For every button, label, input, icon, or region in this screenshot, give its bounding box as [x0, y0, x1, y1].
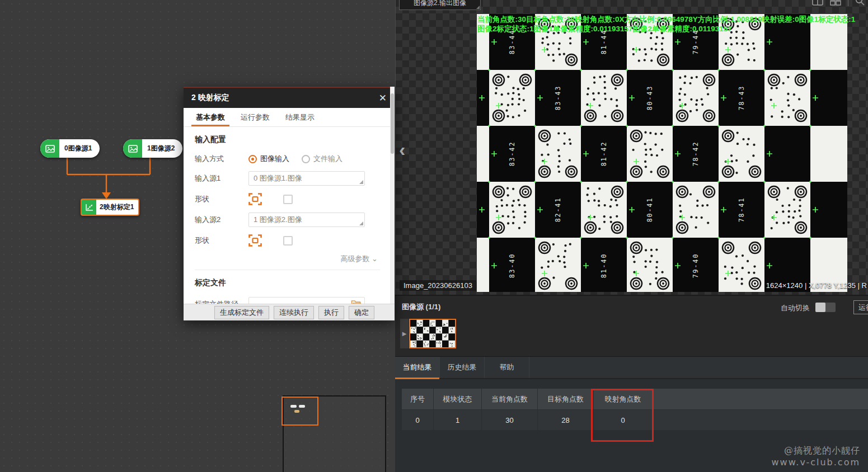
dropdown-grip-icon — [476, 6, 480, 9]
result-overlay-text: 当前角点数:30目标角点数:28映射角点数:0X方向比例:0.9964978Y方… — [477, 15, 864, 34]
image-filename: Image_20230626103 — [400, 280, 476, 291]
shape1-label: 形状 — [195, 194, 248, 204]
advanced-params-link[interactable]: 高级参数 ⌄ — [195, 254, 378, 264]
image-viewer[interactable]: 图像源2.输出图像 ‹ 83-4481-4479-4483-4380-4378-… — [395, 0, 868, 295]
auto-switch-toggle[interactable] — [815, 303, 836, 312]
svg-text:81-42: 81-42 — [600, 141, 608, 167]
confirm-button[interactable]: 确定 — [349, 306, 374, 319]
dialog-titlebar: 2 映射标定 ✕ — [184, 88, 395, 108]
collapse-panel-icon[interactable]: ‹ — [399, 139, 405, 161]
header-filler — [653, 389, 868, 409]
results-tabbar: 当前结果 历史结果 帮助 — [395, 357, 868, 379]
tab-history-results[interactable]: 历史结果 — [440, 357, 485, 378]
radio-file-label: 文件输入 — [313, 154, 342, 164]
source1-label: 输入源1 — [195, 173, 248, 183]
folder-icon[interactable] — [351, 300, 361, 304]
dialog-body: 输入配置 输入方式 图像输入 文件输入 输入源1 0 图像源1.图像 形状 — [184, 127, 395, 304]
section-calib-file: 标定文件 — [195, 278, 380, 288]
overlay-line-1: 当前角点数:30目标角点数:28映射角点数:0X方向比例:0.9964978Y方… — [477, 15, 864, 24]
svg-text:81-40: 81-40 — [600, 253, 608, 279]
generate-calib-file-button[interactable]: 生成标定文件 — [214, 306, 269, 319]
close-icon[interactable]: ✕ — [379, 93, 387, 103]
radio-image-input[interactable]: 图像输入 — [248, 154, 289, 164]
svg-text:80-43: 80-43 — [646, 86, 654, 111]
shape1-checkbox[interactable] — [283, 195, 293, 204]
cell-index: 0 — [402, 410, 434, 430]
zoom-icon[interactable] — [855, 0, 865, 8]
toggle-knob — [815, 303, 825, 312]
minimap-viewport[interactable] — [281, 397, 318, 426]
toolbar-separator — [848, 0, 848, 6]
roi-shape-icon[interactable] — [248, 234, 262, 247]
watermark-url: www.v-club.com — [772, 457, 860, 468]
section-input-config: 输入配置 — [195, 135, 380, 145]
shape2-checkbox[interactable] — [283, 236, 293, 246]
radio-unselected-icon — [302, 155, 310, 163]
table-header-row: 序号 模块状态 当前角点数 目标角点数 映射角点数 — [402, 389, 868, 409]
pixel-status-readout: 1624×1240 | X,0778 Y,1235 | R — [766, 281, 867, 290]
continuous-run-button[interactable]: 连续执行 — [274, 306, 314, 319]
image-source-title: 图像源 (1/1) — [402, 302, 440, 312]
svg-text:83-42: 83-42 — [508, 141, 516, 167]
header-module-status: 模块状态 — [434, 389, 482, 409]
tab-run-params[interactable]: 运行参数 — [233, 108, 278, 126]
scrollbar-thumb[interactable] — [391, 93, 394, 154]
source1-value: 0 图像源1.图像 — [254, 173, 302, 183]
grid-view-icon[interactable] — [830, 0, 841, 8]
overlay-line-2: 图像2标定状态:1图像1单像素精度:0.01193157图像2单像素精度:0.0… — [477, 24, 864, 34]
node-label: 2映射标定1 — [96, 202, 138, 212]
image-icon — [123, 139, 142, 158]
cell-current-corners: 30 — [482, 410, 538, 430]
calibration-image[interactable]: 83-4481-4479-4483-4380-4378-4383-4281-42… — [477, 14, 847, 292]
node-image-source-1[interactable]: 0图像源1 — [40, 139, 100, 158]
tab-current-results[interactable]: 当前结果 — [395, 357, 440, 378]
dialog-tabbar: 基本参数 运行参数 结果显示 — [184, 108, 395, 127]
execute-button[interactable]: 执行 — [318, 306, 344, 319]
radio-file-input[interactable]: 文件输入 — [302, 154, 342, 164]
cell-module-status: 1 — [434, 410, 482, 430]
results-table: 序号 模块状态 当前角点数 目标角点数 映射角点数 0 1 30 28 0 — [402, 389, 868, 430]
image-source-panel: 图像源 (1/1) 自动切换 运行 ▶ — [395, 295, 868, 356]
calib-path-label: 标定文件路径 — [195, 299, 248, 304]
svg-text:80-41: 80-41 — [646, 197, 654, 223]
table-row[interactable]: 0 1 30 28 0 — [402, 409, 868, 430]
node-label: 0图像源1 — [59, 144, 100, 153]
split-view-icon[interactable] — [812, 0, 823, 8]
dialog-scrollbar[interactable] — [390, 87, 395, 320]
header-index: 序号 — [402, 389, 434, 409]
source2-select[interactable]: 1 图像源2.图像 — [248, 213, 365, 227]
run-button[interactable]: 运行 — [853, 300, 868, 314]
mapping-calibration-dialog: 2 映射标定 ✕ 基本参数 运行参数 结果显示 输入配置 输入方式 图像输入 文… — [184, 87, 395, 320]
auto-switch-label: 自动切换 — [781, 303, 810, 313]
image-thumbnail[interactable] — [409, 319, 456, 348]
source2-label: 输入源2 — [195, 215, 248, 225]
roi-shape-icon[interactable] — [248, 193, 262, 205]
select-grip-icon — [359, 221, 363, 225]
node-image-source-2[interactable]: 1图像源2 — [123, 139, 182, 158]
thumbnail-scroll-arrow-icon[interactable]: ▶ — [400, 319, 409, 348]
node-mapping-calibration[interactable]: 2映射标定1 — [81, 199, 139, 216]
select-grip-icon — [359, 180, 363, 184]
results-panel: 当前结果 历史结果 帮助 序号 模块状态 当前角点数 目标角点数 映射角点数 0… — [395, 356, 868, 472]
tab-help[interactable]: 帮助 — [485, 357, 529, 378]
dialog-title: 2 映射标定 — [191, 93, 379, 103]
cell-target-corners: 28 — [538, 410, 594, 430]
svg-text:83-40: 83-40 — [508, 253, 516, 279]
cell-mapped-corners: 0 — [594, 410, 653, 430]
svg-text:79-40: 79-40 — [692, 253, 700, 279]
image-icon — [40, 139, 59, 158]
tab-result-display[interactable]: 结果显示 — [278, 108, 322, 126]
source1-select[interactable]: 0 图像源1.图像 — [248, 171, 365, 186]
watermark: @搞视觉的小靓仔 www.v-club.com — [772, 445, 860, 468]
svg-text:83-43: 83-43 — [554, 86, 562, 111]
viewer-source-dropdown[interactable]: 图像源2.输出图像 — [399, 0, 481, 10]
node-label: 1图像源2 — [142, 144, 182, 153]
header-current-corners: 当前角点数 — [482, 389, 538, 409]
svg-text:78-42: 78-42 — [692, 141, 700, 167]
tab-basic-params[interactable]: 基本参数 — [188, 108, 233, 126]
radio-selected-icon — [248, 155, 257, 163]
calib-path-input[interactable] — [248, 297, 365, 304]
header-target-corners: 目标角点数 — [538, 389, 594, 409]
dialog-footer: 生成标定文件 连续执行 执行 确定 — [184, 304, 395, 320]
svg-text:78-41: 78-41 — [738, 197, 745, 223]
